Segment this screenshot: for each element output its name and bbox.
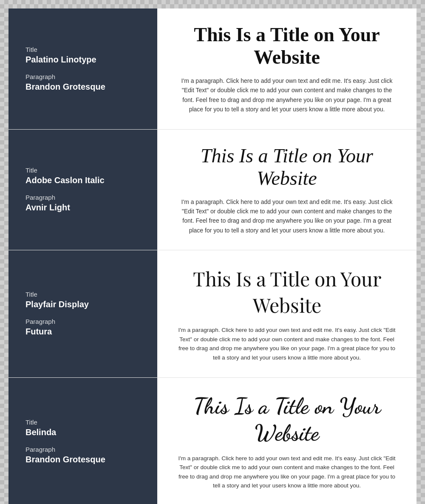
- sidebar-4: Title Belinda Paragraph Brandon Grotesqu…: [8, 378, 157, 504]
- paragraph-label-4: Paragraph: [26, 446, 140, 453]
- paragraph-font-name-2: Avnir Light: [26, 203, 140, 212]
- paragraph-label-1: Paragraph: [26, 73, 140, 80]
- page-container: Title Palatino Linotype Paragraph Brando…: [8, 8, 416, 504]
- content-3: This Is a Title on Your Website I'm a pa…: [157, 250, 416, 377]
- title-font-name-4: Belinda: [26, 428, 140, 437]
- demo-paragraph-3: I'm a paragraph. Click here to add your …: [176, 326, 397, 362]
- title-font-name-2: Adobe Caslon Italic: [26, 176, 140, 185]
- title-label-1: Title: [26, 46, 140, 53]
- sidebar-2: Title Adobe Caslon Italic Paragraph Avni…: [8, 130, 157, 250]
- title-label-4: Title: [26, 419, 140, 426]
- font-pair-row-4: Title Belinda Paragraph Brandon Grotesqu…: [8, 378, 416, 504]
- demo-title-1: This Is a Title on Your Website: [176, 23, 397, 68]
- sidebar-3: Title Playfair Display Paragraph Futura: [8, 250, 157, 377]
- content-1: This Is a Title on Your Website I'm a pa…: [157, 8, 416, 129]
- paragraph-label-2: Paragraph: [26, 194, 140, 201]
- content-4: This Is a Title on Your Website I'm a pa…: [157, 378, 416, 504]
- font-pair-row-2: Title Adobe Caslon Italic Paragraph Avni…: [8, 130, 416, 251]
- demo-paragraph-2: I'm a paragraph. Click here to add your …: [176, 197, 397, 235]
- content-2: This Is a Title on Your Website I'm a pa…: [157, 130, 416, 250]
- title-label-2: Title: [26, 167, 140, 174]
- font-pair-row-3: Title Playfair Display Paragraph Futura …: [8, 250, 416, 377]
- title-label-3: Title: [26, 291, 140, 298]
- font-pair-row-1: Title Palatino Linotype Paragraph Brando…: [8, 8, 416, 130]
- demo-title-2: This Is a Title on Your Website: [176, 144, 397, 190]
- demo-paragraph-4: I'm a paragraph. Click here to add your …: [176, 454, 397, 490]
- paragraph-font-name-1: Brandon Grotesque: [26, 82, 140, 92]
- paragraph-label-3: Paragraph: [26, 318, 140, 325]
- demo-title-3: This Is a Title on Your Website: [176, 265, 397, 318]
- paragraph-font-name-3: Futura: [26, 327, 140, 337]
- paragraph-font-name-4: Brandon Grotesque: [26, 455, 140, 464]
- demo-title-4: This Is a Title on Your Website: [176, 393, 397, 446]
- demo-paragraph-1: I'm a paragraph. Click here to add your …: [176, 76, 397, 114]
- sidebar-1: Title Palatino Linotype Paragraph Brando…: [8, 8, 157, 129]
- title-font-name-3: Playfair Display: [26, 300, 140, 309]
- title-font-name-1: Palatino Linotype: [26, 55, 140, 65]
